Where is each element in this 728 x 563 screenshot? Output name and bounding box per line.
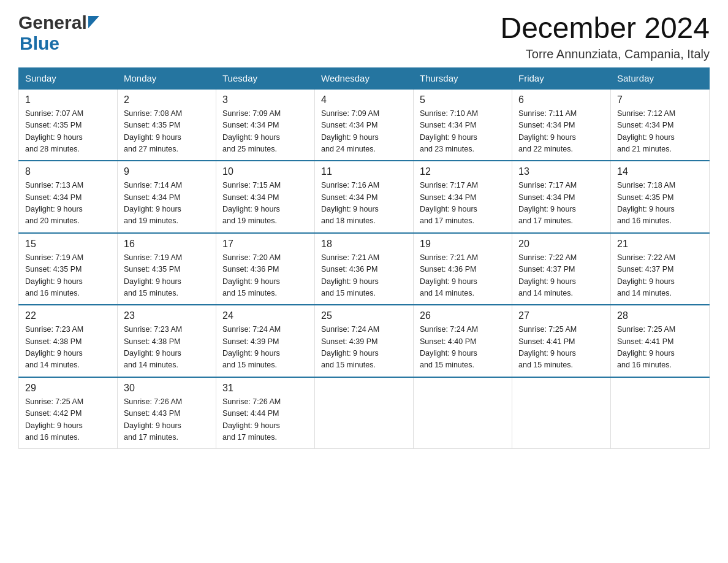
day-number: 20 xyxy=(518,239,604,250)
table-row xyxy=(611,377,710,449)
table-row: 15 Sunrise: 7:19 AMSunset: 4:35 PMDaylig… xyxy=(19,233,118,305)
table-row xyxy=(315,377,414,449)
table-row: 14 Sunrise: 7:18 AMSunset: 4:35 PMDaylig… xyxy=(611,161,710,233)
table-row: 2 Sunrise: 7:08 AMSunset: 4:35 PMDayligh… xyxy=(118,89,216,161)
day-info: Sunrise: 7:10 AMSunset: 4:34 PMDaylight:… xyxy=(420,109,478,153)
table-row: 9 Sunrise: 7:14 AMSunset: 4:34 PMDayligh… xyxy=(118,161,216,233)
day-number: 5 xyxy=(420,94,506,105)
location-subtitle: Torre Annunziata, Campania, Italy xyxy=(500,47,710,61)
day-info: Sunrise: 7:25 AMSunset: 4:41 PMDaylight:… xyxy=(617,325,675,369)
day-number: 9 xyxy=(124,166,210,177)
day-info: Sunrise: 7:25 AMSunset: 4:41 PMDaylight:… xyxy=(518,325,577,369)
day-info: Sunrise: 7:26 AMSunset: 4:43 PMDaylight:… xyxy=(124,397,182,442)
calendar-week-row: 1 Sunrise: 7:07 AMSunset: 4:35 PMDayligh… xyxy=(19,89,710,161)
day-number: 21 xyxy=(617,239,703,250)
table-row: 6 Sunrise: 7:11 AMSunset: 4:34 PMDayligh… xyxy=(512,89,611,161)
table-row: 24 Sunrise: 7:24 AMSunset: 4:39 PMDaylig… xyxy=(216,305,315,377)
day-info: Sunrise: 7:22 AMSunset: 4:37 PMDaylight:… xyxy=(518,253,577,297)
day-number: 25 xyxy=(321,310,407,321)
day-info: Sunrise: 7:19 AMSunset: 4:35 PMDaylight:… xyxy=(124,253,182,297)
day-info: Sunrise: 7:09 AMSunset: 4:34 PMDaylight:… xyxy=(321,109,379,153)
day-info: Sunrise: 7:26 AMSunset: 4:44 PMDaylight:… xyxy=(222,397,281,442)
col-saturday: Saturday xyxy=(611,67,710,89)
table-row: 23 Sunrise: 7:23 AMSunset: 4:38 PMDaylig… xyxy=(118,305,216,377)
day-info: Sunrise: 7:16 AMSunset: 4:34 PMDaylight:… xyxy=(321,181,379,225)
day-info: Sunrise: 7:12 AMSunset: 4:34 PMDaylight:… xyxy=(617,109,675,153)
day-info: Sunrise: 7:19 AMSunset: 4:35 PMDaylight:… xyxy=(25,253,83,297)
day-number: 19 xyxy=(420,239,506,250)
day-info: Sunrise: 7:21 AMSunset: 4:36 PMDaylight:… xyxy=(420,253,478,297)
day-info: Sunrise: 7:20 AMSunset: 4:36 PMDaylight:… xyxy=(222,253,281,297)
day-info: Sunrise: 7:21 AMSunset: 4:36 PMDaylight:… xyxy=(321,253,379,297)
day-info: Sunrise: 7:17 AMSunset: 4:34 PMDaylight:… xyxy=(518,181,577,225)
table-row: 5 Sunrise: 7:10 AMSunset: 4:34 PMDayligh… xyxy=(414,89,512,161)
day-info: Sunrise: 7:22 AMSunset: 4:37 PMDaylight:… xyxy=(617,253,675,297)
day-number: 27 xyxy=(518,310,604,321)
table-row: 28 Sunrise: 7:25 AMSunset: 4:41 PMDaylig… xyxy=(611,305,710,377)
day-number: 28 xyxy=(617,310,703,321)
day-number: 1 xyxy=(25,94,111,105)
table-row: 11 Sunrise: 7:16 AMSunset: 4:34 PMDaylig… xyxy=(315,161,414,233)
col-friday: Friday xyxy=(512,67,611,89)
title-block: December 2024 Torre Annunziata, Campania… xyxy=(500,12,710,61)
day-info: Sunrise: 7:09 AMSunset: 4:34 PMDaylight:… xyxy=(222,109,281,153)
day-number: 2 xyxy=(124,94,210,105)
day-number: 3 xyxy=(222,94,308,105)
table-row xyxy=(414,377,512,449)
calendar-week-row: 29 Sunrise: 7:25 AMSunset: 4:42 PMDaylig… xyxy=(19,377,710,449)
day-number: 15 xyxy=(25,239,111,250)
day-number: 16 xyxy=(124,239,210,250)
table-row: 12 Sunrise: 7:17 AMSunset: 4:34 PMDaylig… xyxy=(414,161,512,233)
day-info: Sunrise: 7:25 AMSunset: 4:42 PMDaylight:… xyxy=(25,397,83,442)
table-row: 13 Sunrise: 7:17 AMSunset: 4:34 PMDaylig… xyxy=(512,161,611,233)
day-number: 17 xyxy=(222,239,308,250)
table-row: 1 Sunrise: 7:07 AMSunset: 4:35 PMDayligh… xyxy=(19,89,118,161)
table-row: 18 Sunrise: 7:21 AMSunset: 4:36 PMDaylig… xyxy=(315,233,414,305)
table-row: 25 Sunrise: 7:24 AMSunset: 4:39 PMDaylig… xyxy=(315,305,414,377)
table-row: 19 Sunrise: 7:21 AMSunset: 4:36 PMDaylig… xyxy=(414,233,512,305)
table-row: 7 Sunrise: 7:12 AMSunset: 4:34 PMDayligh… xyxy=(611,89,710,161)
col-tuesday: Tuesday xyxy=(216,67,315,89)
svg-marker-0 xyxy=(88,16,99,28)
day-number: 31 xyxy=(222,383,308,394)
day-info: Sunrise: 7:18 AMSunset: 4:35 PMDaylight:… xyxy=(617,181,675,225)
table-row: 20 Sunrise: 7:22 AMSunset: 4:37 PMDaylig… xyxy=(512,233,611,305)
calendar-header-row: Sunday Monday Tuesday Wednesday Thursday… xyxy=(19,67,710,89)
col-wednesday: Wednesday xyxy=(315,67,414,89)
day-number: 8 xyxy=(25,166,111,177)
table-row: 3 Sunrise: 7:09 AMSunset: 4:34 PMDayligh… xyxy=(216,89,315,161)
day-info: Sunrise: 7:24 AMSunset: 4:39 PMDaylight:… xyxy=(321,325,379,369)
logo-arrow-icon xyxy=(88,16,99,31)
day-number: 4 xyxy=(321,94,407,105)
day-number: 12 xyxy=(420,166,506,177)
page-header: General Blue December 2024 Torre Annunzi… xyxy=(18,12,710,61)
table-row: 30 Sunrise: 7:26 AMSunset: 4:43 PMDaylig… xyxy=(118,377,216,449)
table-row: 10 Sunrise: 7:15 AMSunset: 4:34 PMDaylig… xyxy=(216,161,315,233)
logo-general-text: General xyxy=(18,12,87,33)
day-number: 6 xyxy=(518,94,604,105)
table-row: 31 Sunrise: 7:26 AMSunset: 4:44 PMDaylig… xyxy=(216,377,315,449)
table-row: 16 Sunrise: 7:19 AMSunset: 4:35 PMDaylig… xyxy=(118,233,216,305)
day-number: 29 xyxy=(25,383,111,394)
logo: General Blue xyxy=(18,12,99,54)
day-info: Sunrise: 7:15 AMSunset: 4:34 PMDaylight:… xyxy=(222,181,281,225)
day-info: Sunrise: 7:13 AMSunset: 4:34 PMDaylight:… xyxy=(25,181,83,225)
table-row: 21 Sunrise: 7:22 AMSunset: 4:37 PMDaylig… xyxy=(611,233,710,305)
day-info: Sunrise: 7:07 AMSunset: 4:35 PMDaylight:… xyxy=(25,109,83,153)
table-row: 29 Sunrise: 7:25 AMSunset: 4:42 PMDaylig… xyxy=(19,377,118,449)
table-row: 22 Sunrise: 7:23 AMSunset: 4:38 PMDaylig… xyxy=(19,305,118,377)
col-sunday: Sunday xyxy=(19,67,118,89)
table-row xyxy=(512,377,611,449)
col-thursday: Thursday xyxy=(414,67,512,89)
day-info: Sunrise: 7:23 AMSunset: 4:38 PMDaylight:… xyxy=(124,325,182,369)
day-info: Sunrise: 7:24 AMSunset: 4:39 PMDaylight:… xyxy=(222,325,281,369)
day-number: 30 xyxy=(124,383,210,394)
day-info: Sunrise: 7:08 AMSunset: 4:35 PMDaylight:… xyxy=(124,109,182,153)
table-row: 8 Sunrise: 7:13 AMSunset: 4:34 PMDayligh… xyxy=(19,161,118,233)
day-number: 13 xyxy=(518,166,604,177)
calendar-table: Sunday Monday Tuesday Wednesday Thursday… xyxy=(18,67,710,450)
table-row: 4 Sunrise: 7:09 AMSunset: 4:34 PMDayligh… xyxy=(315,89,414,161)
table-row: 27 Sunrise: 7:25 AMSunset: 4:41 PMDaylig… xyxy=(512,305,611,377)
day-number: 10 xyxy=(222,166,308,177)
day-info: Sunrise: 7:14 AMSunset: 4:34 PMDaylight:… xyxy=(124,181,182,225)
